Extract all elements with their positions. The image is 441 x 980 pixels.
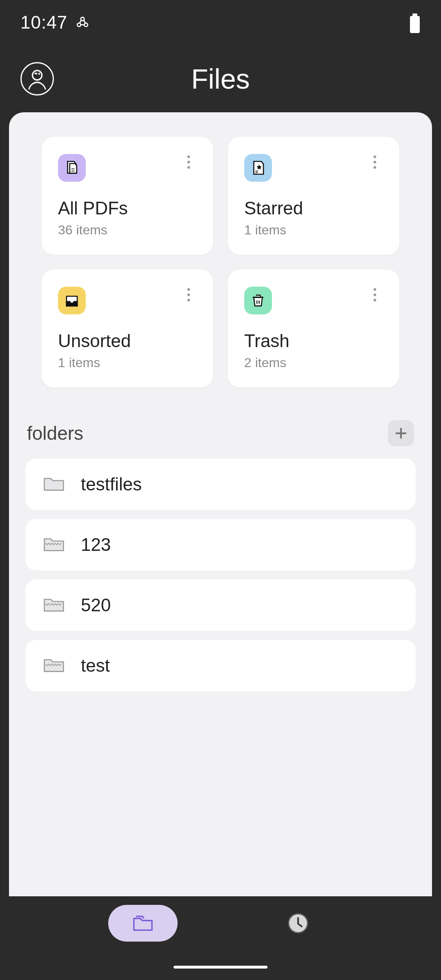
svg-point-12 (187, 288, 190, 291)
battery-icon (409, 13, 421, 31)
sync-icon (76, 16, 89, 29)
svg-point-11 (374, 166, 376, 169)
app-header: Files (0, 45, 441, 112)
category-trash[interactable]: Trash 2 items (228, 270, 399, 388)
folder-icon (43, 475, 65, 493)
more-icon[interactable] (180, 287, 197, 303)
svg-point-8 (187, 166, 190, 169)
nav-files[interactable] (108, 905, 178, 942)
category-grid: All PDFs 36 items Starred 1 items (25, 137, 416, 388)
folder-row[interactable]: 123 (25, 519, 416, 570)
folders-title: folders (27, 422, 83, 444)
status-bar: 10:47 (0, 0, 441, 45)
folder-icon (43, 536, 65, 554)
add-folder-button[interactable] (388, 420, 414, 446)
card-count: 2 items (244, 355, 383, 370)
folder-name: testfiles (81, 474, 142, 494)
svg-point-14 (187, 299, 190, 302)
status-time: 10:47 (20, 12, 67, 33)
card-count: 1 items (244, 223, 383, 238)
card-count: 1 items (58, 355, 197, 370)
page-title: Files (0, 63, 441, 95)
card-title: All PDFs (58, 198, 197, 218)
folder-list: testfiles 123 520 (25, 459, 416, 691)
folder-name: test (81, 655, 110, 676)
svg-rect-3 (412, 13, 417, 16)
inbox-icon (58, 287, 86, 314)
card-title: Unsorted (58, 331, 197, 351)
pdf-stack-icon (58, 154, 86, 182)
svg-point-7 (187, 161, 190, 164)
nav-recent[interactable] (263, 905, 333, 942)
svg-point-15 (374, 288, 376, 291)
svg-rect-4 (410, 16, 420, 33)
folder-row[interactable]: 520 (25, 579, 416, 631)
folder-icon (43, 596, 65, 614)
more-icon[interactable] (367, 287, 383, 303)
folder-row[interactable]: test (25, 640, 416, 691)
category-starred[interactable]: Starred 1 items (228, 137, 399, 255)
card-count: 36 items (58, 223, 197, 238)
folder-name: 520 (81, 595, 111, 615)
main-sheet: All PDFs 36 items Starred 1 items (9, 112, 432, 896)
more-icon[interactable] (367, 154, 383, 170)
svg-point-2 (84, 23, 88, 27)
card-title: Starred (244, 198, 383, 218)
svg-point-16 (374, 294, 376, 296)
more-icon[interactable] (180, 154, 197, 170)
svg-point-13 (187, 294, 190, 296)
folders-header: folders (25, 420, 416, 446)
star-doc-icon (244, 154, 272, 182)
card-title: Trash (244, 331, 383, 351)
svg-point-6 (187, 156, 190, 158)
folder-name: 123 (81, 535, 111, 555)
svg-point-17 (374, 299, 376, 302)
svg-point-1 (77, 23, 81, 27)
folder-icon (43, 657, 65, 675)
category-unsorted[interactable]: Unsorted 1 items (42, 270, 213, 388)
category-all-pdfs[interactable]: All PDFs 36 items (42, 137, 213, 255)
svg-point-9 (374, 156, 376, 158)
folder-row[interactable]: testfiles (25, 459, 416, 510)
home-indicator[interactable] (174, 966, 267, 969)
svg-point-10 (374, 161, 376, 164)
trash-icon (244, 287, 272, 314)
bottom-nav (0, 901, 441, 946)
status-left: 10:47 (20, 12, 89, 33)
